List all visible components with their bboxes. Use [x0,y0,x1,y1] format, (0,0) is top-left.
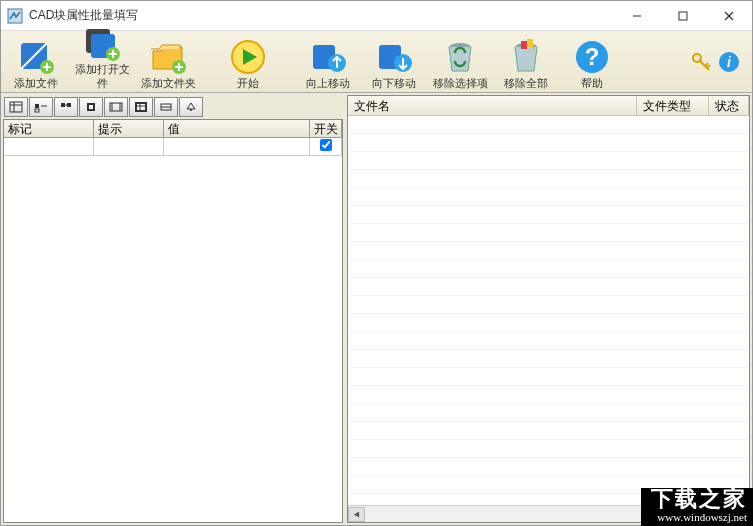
app-icon [7,8,23,24]
filelist-header: 文件名 文件类型 状态 [348,96,749,116]
cell-hint[interactable] [94,138,164,156]
col-header-mark[interactable]: 标记 [4,120,94,138]
filelist-body[interactable] [348,116,749,505]
add-file-icon [16,38,56,76]
file-list[interactable]: 文件名 文件类型 状态 ◄ ► [347,95,750,523]
left-pane: 标记 提示 值 开关 [1,93,345,525]
view-mode-toolbar [3,95,343,119]
grid-row[interactable] [4,138,342,156]
row-switch-checkbox[interactable] [320,139,332,151]
view-mode-6[interactable] [129,97,153,117]
view-mode-4[interactable] [79,97,103,117]
grid-body [4,138,342,522]
help-button[interactable]: ? 帮助 [561,33,623,91]
col-header-status[interactable]: 状态 [709,96,749,116]
info-icon[interactable]: i [718,51,740,73]
add-open-file-icon [82,26,122,62]
view-mode-3[interactable] [54,97,78,117]
help-icon: ? [572,38,612,76]
add-file-label: 添加文件 [14,76,58,90]
view-mode-8[interactable] [179,97,203,117]
view-mode-7[interactable] [154,97,178,117]
cell-switch[interactable] [310,138,342,156]
remove-selected-label: 移除选择项 [433,76,488,90]
svg-text:?: ? [585,43,600,70]
col-header-hint[interactable]: 提示 [94,120,164,138]
svg-rect-30 [35,109,39,112]
view-mode-1[interactable] [4,97,28,117]
attribute-grid[interactable]: 标记 提示 值 开关 [3,119,343,523]
start-button[interactable]: 开始 [217,33,279,91]
move-down-icon [374,38,414,76]
watermark-text: 下载之家 [651,490,747,508]
key-icon[interactable] [690,51,712,73]
cell-mark[interactable] [4,138,94,156]
svg-rect-25 [10,102,22,112]
scroll-left-arrow[interactable]: ◄ [348,507,365,522]
remove-all-button[interactable]: 移除全部 [495,33,557,91]
add-open-file-button[interactable]: 添加打开文件 [71,33,133,91]
main-toolbar: 添加文件 添加打开文件 添加文件夹 开始 向上移动 [1,31,752,93]
watermark-url: www.windowszj.net [651,508,747,526]
move-down-label: 向下移动 [372,76,416,90]
cell-value[interactable] [164,138,310,156]
add-folder-label: 添加文件夹 [141,76,196,90]
add-open-file-label: 添加打开文件 [72,62,132,90]
svg-rect-19 [527,39,533,47]
remove-selected-button[interactable]: 移除选择项 [429,33,491,91]
grid-header: 标记 提示 值 开关 [4,120,342,138]
col-header-filename[interactable]: 文件名 [348,96,637,116]
play-icon [228,38,268,76]
app-window: CAD块属性批量填写 添加文件 添加打开文件 [0,0,753,526]
maximize-button[interactable] [660,1,706,30]
svg-rect-2 [679,12,687,20]
close-button[interactable] [706,1,752,30]
content-area: 标记 提示 值 开关 [1,93,752,525]
move-up-icon [308,38,348,76]
view-mode-2[interactable] [29,97,53,117]
move-up-label: 向上移动 [306,76,350,90]
toolbar-right-icons: i [690,51,748,73]
trash-all-icon [506,38,546,76]
svg-rect-35 [89,105,93,109]
trash-recycle-icon [440,38,480,76]
svg-rect-32 [67,103,71,107]
col-header-value[interactable]: 值 [164,120,310,138]
watermark: 下载之家 www.windowszj.net [641,488,753,526]
move-down-button[interactable]: 向下移动 [363,33,425,91]
move-up-button[interactable]: 向上移动 [297,33,359,91]
svg-rect-31 [61,103,65,107]
window-title: CAD块属性批量填写 [29,7,614,24]
add-folder-icon [148,38,188,76]
col-header-filetype[interactable]: 文件类型 [637,96,709,116]
minimize-button[interactable] [614,1,660,30]
right-pane: 文件名 文件类型 状态 ◄ ► [345,93,752,525]
remove-all-label: 移除全部 [504,76,548,90]
view-mode-5[interactable] [104,97,128,117]
svg-point-45 [190,109,192,111]
svg-rect-18 [521,41,527,49]
window-controls [614,1,752,30]
start-label: 开始 [237,76,259,90]
svg-rect-28 [35,104,39,108]
svg-rect-40 [137,104,145,110]
add-file-button[interactable]: 添加文件 [5,33,67,91]
col-header-switch[interactable]: 开关 [310,120,342,138]
add-folder-button[interactable]: 添加文件夹 [137,33,199,91]
help-label: 帮助 [581,76,603,90]
